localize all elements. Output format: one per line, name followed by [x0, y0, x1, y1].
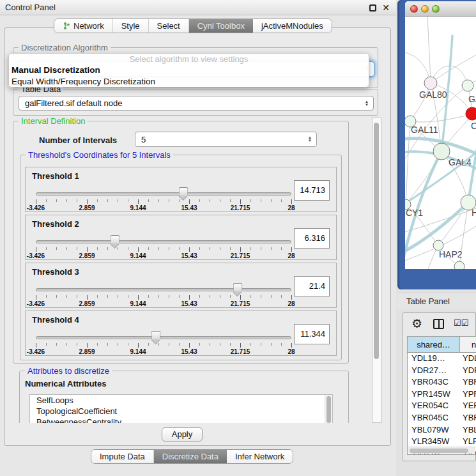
node-label: GAL4 — [449, 157, 472, 167]
tab-jactivemnodules[interactable]: jActiveMNodules — [253, 19, 332, 33]
slider-tick-labels: -3.4262.8599.14415.4321.71528 — [36, 348, 291, 356]
threshold-4-label: Threshold 4 — [32, 315, 79, 325]
cell: YBR045C — [408, 412, 460, 424]
columns-icon[interactable] — [433, 319, 444, 329]
table-panel-toolbar: ⚙ ☑☑ — [403, 313, 475, 335]
slider-track[interactable] — [36, 288, 291, 291]
cell: YPR145W — [408, 388, 460, 401]
threshold-1-label: Threshold 1 — [32, 171, 79, 181]
slider-thumb[interactable] — [110, 235, 119, 243]
numerical-attributes-label: Numerical Attributes — [25, 379, 106, 388]
scrollbar-thumb[interactable] — [374, 123, 379, 359]
node-label: GAL80 — [419, 89, 447, 100]
cell: YBL0 — [460, 424, 476, 436]
threshold-2-panel: Threshold 2 -3.4262.8599.14415.4321.7152… — [25, 215, 337, 260]
cell: YDR27… — [408, 365, 460, 377]
slider-tick-labels: -3.4262.8599.14415.4321.71528 — [36, 300, 291, 308]
discretization-algorithm-title: Discretization Algorithm — [19, 43, 111, 52]
tab-cyni-toolbox[interactable]: Cyni Toolbox — [189, 19, 253, 33]
slider-track[interactable] — [36, 240, 291, 243]
tab-select[interactable]: Select — [149, 19, 189, 33]
threshold-3-slider[interactable]: -3.4262.8599.14415.4321.71528 — [36, 282, 291, 307]
cell: YBL079W — [408, 424, 460, 436]
cell: YDL1 — [460, 353, 476, 365]
tab-label: Infer Network — [235, 452, 284, 461]
slider-track[interactable] — [36, 192, 291, 196]
threshold-1-slider[interactable]: -3.4262.8599.14415.4321.71528 — [36, 187, 291, 211]
column-header-name[interactable]: na — [460, 337, 476, 352]
close-icon[interactable]: ✕ — [382, 2, 390, 13]
float-window-icon[interactable] — [369, 4, 376, 12]
table-horizontal-scrollbar[interactable] — [408, 447, 475, 454]
node-attribute-table[interactable]: shared… na YDL19…YDL1 YDR27…YDR2 YBR043C… — [407, 336, 476, 455]
threshold-2-value-field[interactable]: 6.316 — [294, 228, 330, 249]
table-row[interactable]: YER054CYER0 — [408, 400, 476, 412]
table-row[interactable]: YLR345WYLR3 — [408, 436, 476, 448]
threshold-4-panel: Threshold 4 -3.4262.8599.14415.4321.7152… — [25, 311, 337, 356]
column-header-shared[interactable]: shared… — [408, 337, 460, 352]
list-item-betweennesscentrality[interactable]: BetweennessCentrality — [30, 417, 332, 423]
slider-thumb[interactable] — [178, 187, 188, 196]
slider-thumb[interactable] — [233, 283, 242, 291]
threshold-4-value-field[interactable]: 11.344 — [294, 324, 330, 344]
popup-option-equal-width-frequency[interactable]: Equal Width/Frequency Discretization — [9, 76, 369, 88]
scrollbar-thumb[interactable] — [326, 396, 331, 423]
algorithm-dropdown-popup: Select algorithm to view settings Manual… — [8, 53, 369, 88]
tab-label: Style — [121, 21, 140, 31]
network-node-selected[interactable] — [466, 107, 476, 120]
threshold-4-slider[interactable]: -3.4262.8599.14415.4321.71528 — [36, 330, 291, 355]
table-panel-titlebar: Table Panel — [397, 293, 476, 309]
tab-label: Network — [73, 21, 104, 31]
threshold-3-label: Threshold 3 — [32, 267, 79, 277]
settings-scroll-viewport: Interval Definition Number of Intervals … — [9, 118, 369, 423]
threshold-3-value-field[interactable]: 21.4 — [294, 276, 330, 296]
settings-scrollbar[interactable] — [372, 118, 381, 423]
table-row[interactable]: YDR27…YDR2 — [408, 365, 476, 377]
tab-impute-data[interactable]: Impute Data — [91, 450, 154, 463]
screen: Control Panel ✕ Network Style Select Cyn… — [0, 0, 476, 476]
minimize-traffic-light-icon[interactable] — [421, 5, 429, 13]
popup-option-manual-discretization[interactable]: Manual Discretization — [9, 65, 369, 76]
number-of-intervals-combobox[interactable]: 5 ▲▼ — [135, 132, 317, 147]
table-row[interactable]: YPR145WYPR1 — [408, 388, 476, 401]
select-checkboxes-icon[interactable]: ☑☑ — [454, 318, 468, 328]
table-row[interactable]: YDL19…YDL1 — [408, 353, 476, 365]
scrollbar-thumb[interactable] — [410, 449, 468, 453]
cell: YER0 — [460, 400, 476, 412]
slider-thumb[interactable] — [151, 331, 160, 339]
tab-discretize-data[interactable]: Discretize Data — [154, 450, 227, 463]
apply-button[interactable]: Apply — [162, 427, 203, 441]
threshold-2-slider[interactable]: -3.4262.8599.14415.4321.71528 — [36, 234, 291, 259]
network-window-titlebar[interactable] — [405, 1, 476, 17]
list-item-topologicalcoefficient[interactable]: TopologicalCoefficient — [30, 406, 332, 417]
tab-label: jActiveMNodules — [261, 21, 323, 31]
node-label: H — [472, 208, 476, 218]
tab-network[interactable]: Network — [54, 19, 113, 33]
network-node[interactable] — [424, 77, 437, 89]
threshold-3-panel: Threshold 3 -3.4262.8599.14415.4321.7152… — [25, 263, 337, 308]
gear-icon[interactable]: ⚙ — [411, 317, 422, 331]
list-scrollbar[interactable] — [325, 395, 332, 423]
table-row[interactable]: YBR043CYBR0 — [408, 376, 476, 388]
cell: YBR043C — [408, 376, 460, 388]
network-node[interactable] — [433, 143, 450, 160]
slider-track[interactable] — [36, 336, 291, 339]
close-traffic-light-icon[interactable] — [410, 5, 418, 13]
threshold-1-value-field[interactable]: 14.713 — [294, 180, 330, 201]
interval-definition-title: Interval Definition — [19, 118, 88, 126]
zoom-traffic-light-icon[interactable] — [432, 5, 440, 13]
table-data-combobox[interactable]: galFiltered.sif default node ▲▼ — [19, 96, 374, 111]
numerical-attributes-list[interactable]: SelfLoops TopologicalCoefficient Between… — [29, 394, 333, 423]
network-canvas[interactable]: GAL80 GA GAL11 C GAL4 GCY1 H HAP2 — [405, 17, 476, 269]
table-row[interactable]: YBR045CYBR0 — [408, 412, 476, 424]
tab-infer-network[interactable]: Infer Network — [227, 450, 293, 463]
network-node[interactable] — [462, 80, 473, 91]
network-node[interactable] — [454, 261, 464, 269]
table-data-group: Table Data galFiltered.sif default node … — [13, 89, 378, 116]
list-item-selfloops[interactable]: SelfLoops — [30, 395, 332, 406]
cell: YDR2 — [460, 365, 476, 377]
thresholds-group-title: Threshold's Coordinates for 5 Intervals — [26, 150, 173, 160]
table-row[interactable]: YBL079WYBL0 — [408, 424, 476, 436]
cyni-bottom-tabbar: Impute Data Discretize Data Infer Networ… — [91, 449, 293, 464]
tab-style[interactable]: Style — [113, 19, 149, 33]
